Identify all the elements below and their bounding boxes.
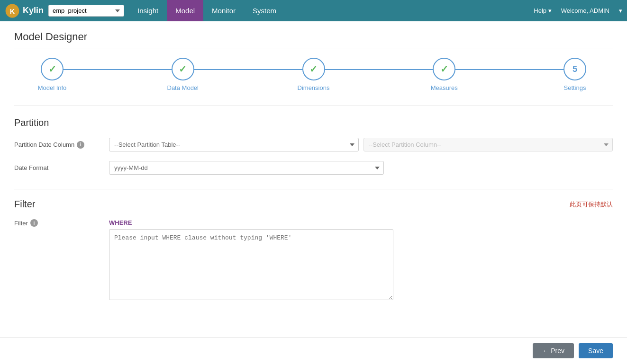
step-circle-4: ✓	[433, 58, 455, 80]
filter-controls: WHERE	[109, 219, 613, 302]
step-label-3: Dimensions	[298, 84, 330, 91]
svg-text:K: K	[10, 7, 15, 15]
default-hint: 此页可保持默认	[570, 200, 613, 209]
project-select[interactable]: emp_project	[48, 5, 124, 17]
select-date-format[interactable]: yyyy-MM-dd	[109, 161, 384, 175]
navbar-right: Help ▾ Welcome, ADMIN ▾	[534, 7, 622, 14]
welcome-text: Welcome, ADMIN	[561, 7, 609, 14]
step-circle-2: ✓	[172, 58, 194, 80]
step-circle-1: ✓	[41, 58, 64, 80]
partition-date-column-group: Partition Date Column i --Select Partiti…	[14, 138, 613, 151]
step-data-model: ✓ Data Model	[164, 58, 202, 91]
filter-header: Filter 此页可保持默认	[14, 199, 613, 210]
step-circle-5: 5	[563, 58, 586, 80]
filter-form-group: Filter i WHERE	[14, 219, 613, 302]
select-partition-column[interactable]: --Select Partition Column--	[363, 138, 613, 151]
nav-links: Insight Model Monitor System	[129, 0, 285, 21]
brand: K Kylin	[5, 3, 44, 18]
select-partition-table[interactable]: --Select Partition Table--	[109, 138, 359, 151]
step-label-5: Settings	[564, 84, 586, 91]
page-title: Model Designer	[14, 31, 613, 48]
navbar: K Kylin emp_project Insight Model Monito…	[0, 0, 627, 21]
nav-insight[interactable]: Insight	[129, 0, 167, 21]
checkmark-icon-3: ✓	[309, 63, 318, 75]
where-label: WHERE	[109, 219, 613, 226]
checkmark-icon-4: ✓	[440, 63, 448, 75]
partition-selects: --Select Partition Table-- --Select Part…	[109, 138, 613, 151]
help-link[interactable]: Help ▾	[534, 7, 551, 14]
stepper: ✓ Model Info ✓ Data Model ✓ Dimensions ✓…	[33, 58, 594, 91]
step-label-2: Data Model	[167, 84, 199, 91]
filter-section-title: Filter	[14, 199, 35, 210]
nav-system[interactable]: System	[244, 0, 285, 21]
kylin-logo-icon: K	[5, 3, 20, 18]
welcome-chevron-icon: ▾	[619, 7, 622, 14]
step-measures: ✓ Measures	[425, 58, 463, 91]
checkmark-icon-1: ✓	[48, 63, 56, 75]
date-format-label: Date Format	[14, 164, 109, 171]
step-label-4: Measures	[431, 84, 458, 91]
step-model-info: ✓ Model Info	[33, 58, 71, 91]
date-format-controls: yyyy-MM-dd	[109, 161, 613, 175]
main-content: Model Designer ✓ Model Info ✓ Data Model…	[0, 21, 627, 320]
section-divider	[14, 189, 613, 189]
brand-name: Kylin	[23, 6, 44, 16]
partition-date-column-label: Partition Date Column i	[14, 141, 109, 149]
nav-model[interactable]: Model	[167, 0, 203, 21]
step-settings: 5 Settings	[556, 58, 594, 91]
where-textarea[interactable]	[109, 229, 393, 300]
checkmark-icon-2: ✓	[179, 63, 187, 75]
nav-monitor[interactable]: Monitor	[203, 0, 244, 21]
step-label-1: Model Info	[38, 84, 67, 91]
info-icon-partition[interactable]: i	[77, 141, 84, 149]
step-dimensions: ✓ Dimensions	[295, 58, 333, 91]
info-icon-filter[interactable]: i	[30, 219, 38, 227]
date-format-group: Date Format yyyy-MM-dd	[14, 161, 613, 175]
step-number-5: 5	[572, 64, 577, 74]
help-label: Help	[534, 7, 546, 14]
filter-label: Filter i	[14, 219, 109, 227]
step-circle-3: ✓	[302, 58, 325, 80]
help-chevron-icon: ▾	[548, 7, 552, 14]
partition-section-title: Partition	[14, 117, 613, 128]
